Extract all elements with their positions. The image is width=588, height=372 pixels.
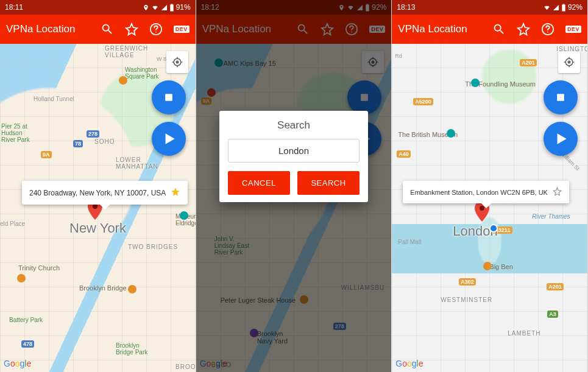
status-bar: 18:13 92% [392,0,587,15]
route-shield-a201: A201 [520,59,537,66]
map-label-brook: BROOK [175,363,196,370]
route-shield-a40: A40 [397,150,411,158]
search-icon[interactable] [492,23,506,36]
svg-rect-21 [557,94,564,101]
map-label-trinity: Trinity Church [18,264,60,272]
wifi-icon [543,4,551,11]
map-label-bigben: Big Ben [489,263,513,270]
dev-badge[interactable]: DEV [174,26,190,33]
svg-rect-6 [165,94,172,101]
map-label-westminster: WESTMINSTER [441,297,492,303]
play-button[interactable] [152,122,186,156]
app-bar-icons: DEV [101,23,190,36]
route-shield-a3: A3 [547,311,558,318]
route-shield-a201-b: A201 [547,283,564,290]
star-outline-icon[interactable] [553,187,562,197]
search-dialog: Search CANCEL SEARCH [219,111,368,202]
status-right: 91% [143,3,191,12]
dialog-title: Search [228,119,360,132]
app-title: VPNa Location [6,23,94,35]
route-shield-78: 78 [73,140,83,147]
info-window[interactable]: 240 Broadway, New York, NY 10007, USA [22,181,188,205]
info-window[interactable]: Embankment Station, London WC2N 6PB, UK [403,181,569,203]
map-label-eld: eld Place [0,220,25,227]
screen-newyork: 18:11 91% VPNa Location [0,0,196,372]
signal-icon [161,4,168,11]
svg-rect-14 [563,4,565,4]
svg-point-3 [93,204,97,209]
map-label-soho: SOHO [94,138,115,145]
search-button[interactable]: SEARCH [297,171,360,195]
battery-icon [169,4,174,12]
app-bar-icons: DEV [492,23,581,36]
search-input[interactable] [228,139,360,163]
screen-london: 18:13 92% VPNa Location [392,0,588,372]
map-label-pier25: Pier 25 at Hudson River Park [1,123,30,143]
star-icon[interactable] [125,23,138,36]
route-shield-9a: 9A [41,151,52,158]
svg-rect-15 [562,4,565,11]
google-logo: Google [395,359,423,368]
help-icon[interactable] [541,23,554,36]
signal-icon [553,4,559,11]
map-view[interactable]: The Foundling Museum The British Museum … [392,44,587,372]
route-shield-278: 278 [87,130,99,138]
map-label-battery: Battery Park [9,317,43,323]
route-shield-a5200: A5200 [413,98,433,105]
star-icon[interactable] [517,23,530,36]
map-label-brooklyn-bridge: Brooklyn Bridge [79,284,127,292]
poi-dot [17,274,26,283]
poi-dot [128,285,136,293]
cancel-button[interactable]: CANCEL [228,171,290,195]
poi-dot [180,211,188,220]
route-shield-478: 478 [21,340,34,348]
star-filled-icon[interactable] [171,187,180,198]
svg-point-17 [547,32,548,33]
info-address: Embankment Station, London WC2N 6PB, UK [410,189,548,196]
route-shield-a302: A302 [459,278,476,286]
google-logo: Google [4,359,31,368]
map-label-lower-man: LOWER MANHATTAN [116,156,158,170]
search-icon[interactable] [101,23,114,36]
wifi-icon [151,4,159,11]
status-bar: 18:11 91% [0,0,196,15]
battery-icon [561,4,566,12]
battery-percent: 92% [568,3,583,12]
location-pin-icon [143,4,149,11]
map-label-thames: River Thames [532,213,570,220]
svg-point-2 [155,32,157,33]
app-bar: VPNa Location DEV [0,15,196,44]
status-right: 92% [543,3,583,12]
battery-percent: 91% [176,3,191,12]
map-label-lambeth: LAMBETH [508,330,540,337]
help-icon[interactable] [149,23,163,36]
play-button[interactable] [544,122,578,156]
map-label-washington-sq: Washington Square Park [125,66,159,80]
svg-point-4 [175,61,179,64]
map-label-rd: Rd [395,53,402,59]
svg-rect-0 [171,5,173,10]
app-title: VPNa Location [398,23,486,35]
dev-badge[interactable]: DEV [565,26,581,33]
stop-button[interactable] [544,80,578,114]
map-label-two-bridges: TWO BRIDGES [128,244,178,250]
my-location-button[interactable] [558,51,580,73]
svg-point-19 [567,61,570,64]
map-label-pall: Pall Mall [398,239,421,245]
info-address: 240 Broadway, New York, NY 10007, USA [29,189,166,197]
city-label: New York [69,220,126,236]
poi-dot [119,76,127,85]
stop-button[interactable] [152,80,186,114]
status-time: 18:13 [397,3,415,12]
app-bar: VPNa Location DEV [392,15,587,44]
map-view[interactable]: GREENWICH VILLAGE Washington Square Park… [0,44,196,372]
dialog-buttons: CANCEL SEARCH [228,171,360,195]
screen-search-dialog: 18:12 92% VPNa Location [196,0,392,372]
my-location-button[interactable] [166,51,188,73]
map-label-brooklyn-park: Brooklyn Bridge Park [116,342,147,356]
status-time: 18:11 [5,3,23,12]
map-label-greenwich: GREENWICH VILLAGE [105,45,148,58]
map-label-holland: Holland Tunnel [34,96,74,102]
